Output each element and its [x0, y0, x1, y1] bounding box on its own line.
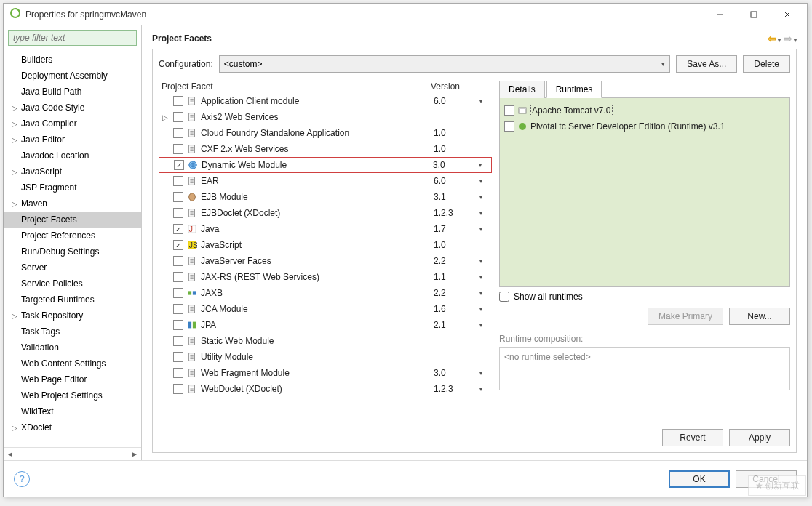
facet-row[interactable]: Utility Module — [159, 349, 492, 365]
runtime-item[interactable]: Apache Tomcat v7.0 — [504, 103, 785, 119]
sidebar-item[interactable]: Builders — [4, 52, 141, 68]
facet-checkbox[interactable] — [173, 176, 183, 186]
facet-row[interactable]: EJBDoclet (XDoclet)1.2.3▾ — [159, 205, 492, 221]
facet-row[interactable]: ▷Axis2 Web Services — [159, 109, 492, 125]
facet-row[interactable]: JJava1.7▾ — [159, 221, 492, 237]
tab-runtimes[interactable]: Runtimes — [546, 81, 602, 98]
new-runtime-button[interactable]: New... — [729, 308, 790, 325]
sidebar-item[interactable]: Run/Debug Settings — [4, 244, 141, 260]
sidebar-item[interactable]: ▷Maven — [4, 196, 141, 212]
maximize-button[interactable] — [737, 4, 771, 25]
facet-row[interactable]: Cloud Foundry Standalone Application1.0 — [159, 125, 492, 141]
sidebar-item[interactable]: Javadoc Location — [4, 148, 141, 164]
version-dropdown-icon[interactable]: ▾ — [470, 194, 492, 201]
facet-row[interactable]: Static Web Module — [159, 333, 492, 349]
filter-input[interactable] — [8, 30, 137, 46]
sidebar-item[interactable]: Project Facets — [4, 212, 141, 228]
runtime-checkbox[interactable] — [504, 105, 514, 116]
facet-row[interactable]: EJB Module3.1▾ — [159, 189, 492, 205]
version-dropdown-icon[interactable]: ▾ — [470, 322, 492, 329]
tree-expander-icon[interactable]: ▷ — [9, 136, 20, 144]
ok-button[interactable]: OK — [669, 470, 730, 488]
nav-forward-button[interactable]: ⇨▾ — [784, 33, 797, 44]
facet-row[interactable]: WebDoclet (XDoclet)1.2.3▾ — [159, 381, 492, 397]
facet-checkbox[interactable] — [173, 384, 183, 394]
facet-checkbox[interactable] — [173, 240, 183, 250]
sidebar-item[interactable]: WikiText — [4, 403, 141, 419]
facet-row[interactable]: Web Fragment Module3.0▾ — [159, 365, 492, 381]
facets-list[interactable]: Application Client module6.0▾▷Axis2 Web … — [159, 93, 492, 397]
version-dropdown-icon[interactable]: ▾ — [470, 178, 492, 185]
sidebar-item[interactable]: JSP Fragment — [4, 180, 141, 196]
sidebar-item[interactable]: Targeted Runtimes — [4, 292, 141, 308]
delete-button[interactable]: Delete — [743, 55, 790, 73]
version-dropdown-icon[interactable]: ▾ — [470, 274, 492, 281]
facet-row[interactable]: JavaServer Faces2.2▾ — [159, 253, 492, 269]
category-tree[interactable]: BuildersDeployment AssemblyJava Build Pa… — [4, 50, 141, 447]
sidebar-item[interactable]: ▷Task Repository — [4, 308, 141, 324]
sidebar-item[interactable]: Web Content Settings — [4, 356, 141, 372]
facet-checkbox[interactable] — [173, 96, 183, 106]
facet-row[interactable]: EAR6.0▾ — [159, 173, 492, 189]
facet-checkbox[interactable] — [173, 336, 183, 346]
sidebar-item[interactable]: Project References — [4, 228, 141, 244]
tree-expander-icon[interactable]: ▷ — [9, 200, 20, 208]
facet-row[interactable]: JCA Module1.6▾ — [159, 301, 492, 317]
runtimes-list[interactable]: Apache Tomcat v7.0Pivotal tc Server Deve… — [499, 98, 790, 287]
apply-button[interactable]: Apply — [729, 429, 790, 446]
sidebar-item[interactable]: ▷Java Editor — [4, 132, 141, 148]
version-dropdown-icon[interactable]: ▾ — [470, 258, 492, 265]
revert-button[interactable]: Revert — [662, 429, 723, 446]
runtime-item[interactable]: Pivotal tc Server Developer Edition (Run… — [504, 119, 785, 134]
sidebar-item[interactable]: ▷JavaScript — [4, 164, 141, 180]
close-button[interactable] — [771, 4, 804, 25]
version-dropdown-icon[interactable]: ▾ — [469, 162, 491, 169]
tree-expander-icon[interactable]: ▷ — [9, 104, 20, 112]
sidebar-item[interactable]: ▷Java Compiler — [4, 116, 141, 132]
facet-expander-icon[interactable]: ▷ — [160, 113, 170, 121]
facet-checkbox[interactable] — [174, 160, 184, 170]
facet-row[interactable]: Application Client module6.0▾ — [159, 93, 492, 109]
sidebar-item[interactable]: Validation — [4, 340, 141, 356]
runtime-checkbox[interactable] — [504, 121, 514, 132]
facet-row[interactable]: JSJavaScript1.0 — [159, 237, 492, 253]
facet-checkbox[interactable] — [173, 208, 183, 218]
facet-row[interactable]: CXF 2.x Web Services1.0 — [159, 141, 492, 157]
facet-checkbox[interactable] — [173, 112, 183, 122]
facet-row[interactable]: JAXB2.2▾ — [159, 285, 492, 301]
facet-checkbox[interactable] — [173, 320, 183, 330]
scroll-right-icon[interactable]: ► — [128, 450, 141, 458]
save-as-button[interactable]: Save As... — [676, 55, 737, 73]
scroll-left-icon[interactable]: ◄ — [4, 450, 17, 458]
version-dropdown-icon[interactable]: ▾ — [470, 306, 492, 313]
sidebar-item[interactable]: ▷XDoclet — [4, 419, 141, 435]
facet-row[interactable]: Dynamic Web Module3.0▾ — [159, 157, 492, 173]
facet-checkbox[interactable] — [173, 128, 183, 138]
tree-expander-icon[interactable]: ▷ — [9, 312, 20, 320]
tree-expander-icon[interactable]: ▷ — [9, 424, 20, 432]
version-dropdown-icon[interactable]: ▾ — [470, 386, 492, 393]
tree-expander-icon[interactable]: ▷ — [9, 120, 20, 128]
sidebar-item[interactable]: Java Build Path — [4, 84, 141, 100]
sidebar-item[interactable]: Deployment Assembly — [4, 68, 141, 84]
sidebar-item[interactable]: Task Tags — [4, 324, 141, 340]
facet-row[interactable]: JAX-RS (REST Web Services)1.1▾ — [159, 269, 492, 285]
tree-expander-icon[interactable]: ▷ — [9, 168, 20, 176]
facet-checkbox[interactable] — [173, 224, 183, 234]
configuration-select[interactable]: <custom> ▾ — [219, 55, 671, 73]
show-all-runtimes-checkbox[interactable] — [499, 292, 509, 302]
minimize-button[interactable] — [704, 4, 737, 25]
sidebar-item[interactable]: Server — [4, 260, 141, 276]
sidebar-item[interactable]: Web Page Editor — [4, 372, 141, 387]
sidebar-scrollbar[interactable]: ◄ ► — [4, 447, 141, 460]
facet-checkbox[interactable] — [173, 272, 183, 282]
help-icon[interactable]: ? — [14, 471, 30, 487]
version-dropdown-icon[interactable]: ▾ — [470, 226, 492, 233]
facet-checkbox[interactable] — [173, 352, 183, 362]
version-dropdown-icon[interactable]: ▾ — [470, 290, 492, 297]
facet-checkbox[interactable] — [173, 256, 183, 266]
version-dropdown-icon[interactable]: ▾ — [470, 210, 492, 217]
facet-row[interactable]: JPA2.1▾ — [159, 317, 492, 333]
facet-checkbox[interactable] — [173, 368, 183, 378]
facet-checkbox[interactable] — [173, 304, 183, 314]
